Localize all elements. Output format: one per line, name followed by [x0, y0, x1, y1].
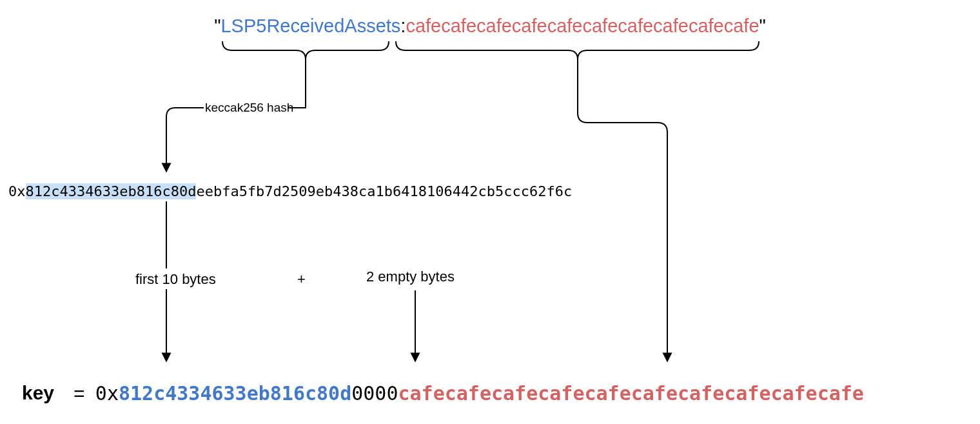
- final-prefix: 0x: [95, 382, 119, 405]
- quote-open: ": [214, 15, 220, 36]
- connector-keccak-left: [166, 108, 204, 172]
- label-2-empty-bytes: 2 empty bytes: [366, 268, 455, 285]
- address-hex: cafecafecafecafecafecafecafecafecafecafe: [406, 15, 759, 36]
- hash-first-10-bytes: 812c4334633eb816c80d: [26, 183, 197, 199]
- label-keccak256: keccak256 hash: [205, 101, 293, 115]
- connector-address: [578, 59, 667, 361]
- lsp5-key-name: LSP5ReceivedAssets: [220, 15, 400, 36]
- final-key: = 0x812c4334633eb816c80d0000cafecafecafe…: [74, 382, 864, 405]
- label-key: key: [22, 382, 54, 404]
- label-plus: +: [297, 271, 306, 288]
- brace-right: [396, 41, 759, 59]
- final-first-10-bytes: 812c4334633eb816c80d: [119, 382, 351, 405]
- brace-left: [222, 41, 389, 59]
- final-address: cafecafecafecafecafecafecafecafecafecafe: [398, 382, 863, 405]
- hash-rest: eebfa5fb7d2509eb438ca1b6418106442cb5ccc6…: [196, 183, 572, 199]
- input-string: "LSP5ReceivedAssets:cafecafecafecafecafe…: [0, 15, 980, 37]
- label-first-10-bytes: first 10 bytes: [135, 271, 216, 288]
- hash-prefix: 0x: [8, 183, 26, 199]
- equals: =: [74, 383, 90, 404]
- final-zero-bytes: 0000: [351, 382, 398, 405]
- keccak256-hash: 0x812c4334633eb816c80deebfa5fb7d2509eb43…: [8, 183, 572, 199]
- quote-close: ": [760, 15, 766, 36]
- diagram-root: { "top": { "quote_open": "\"", "key_name…: [0, 0, 980, 424]
- connector-overlay: [0, 0, 980, 424]
